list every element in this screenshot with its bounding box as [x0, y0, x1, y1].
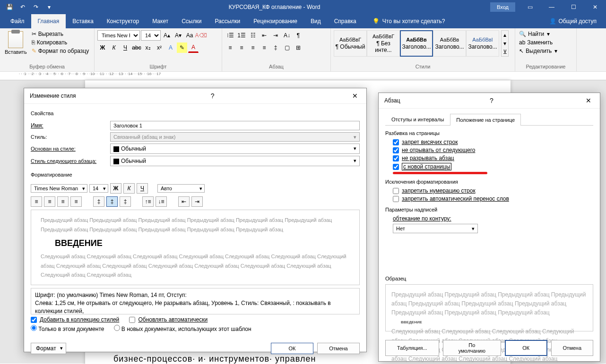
- font-name-select[interactable]: Times New R: [97, 30, 140, 41]
- share-button[interactable]: 👤Общий доступ: [544, 18, 602, 25]
- menu-review[interactable]: Рецензирование: [247, 14, 304, 28]
- format-painter-button[interactable]: ✎Формат по образцу: [31, 47, 90, 55]
- wrap-select[interactable]: Нет: [393, 224, 478, 233]
- decrease-indent-icon[interactable]: ⇤: [259, 30, 269, 41]
- close-icon[interactable]: ✕: [584, 0, 606, 14]
- multilevel-icon[interactable]: ☷: [248, 30, 258, 41]
- ok-button[interactable]: ОК: [271, 343, 313, 354]
- text-effects-icon[interactable]: A: [165, 42, 176, 53]
- style-normal[interactable]: АаБбВвГ¶ Обычный: [334, 30, 367, 57]
- fmt-align-right[interactable]: ≡: [57, 196, 69, 207]
- cut-button[interactable]: ✂Вырезать: [31, 30, 90, 38]
- maximize-icon[interactable]: ☐: [563, 0, 584, 14]
- clear-format-icon[interactable]: A⌫: [196, 30, 206, 41]
- close-icon[interactable]: ✕: [583, 97, 594, 104]
- no-hyphen-check[interactable]: [393, 196, 399, 202]
- keep-together-check[interactable]: [393, 155, 399, 161]
- fmt-align-left[interactable]: ≡: [31, 196, 42, 207]
- style-gallery[interactable]: АаБбВвГ¶ Обычный АаБбВвГ¶ Без инте... Аа…: [334, 30, 499, 57]
- fmt-font-select[interactable]: Times New Roman: [31, 184, 87, 193]
- redo-icon[interactable]: ↷: [30, 1, 42, 13]
- fmt-space-before[interactable]: ↑≡: [142, 196, 154, 207]
- menu-references[interactable]: Ссылки: [175, 14, 208, 28]
- shading-icon[interactable]: ▢: [282, 42, 292, 53]
- menu-design[interactable]: Конструктор: [100, 14, 146, 28]
- line-spacing-icon[interactable]: ‡: [270, 42, 281, 53]
- format-menu-button[interactable]: Формат: [31, 343, 66, 354]
- numbering-icon[interactable]: 1☰: [236, 30, 247, 41]
- change-case-icon[interactable]: Aa: [184, 30, 195, 41]
- copy-button[interactable]: ⎘Копировать: [31, 39, 90, 46]
- suppress-lines-check[interactable]: [393, 188, 399, 194]
- undo-icon[interactable]: ↶: [17, 1, 28, 13]
- fmt-indent-inc[interactable]: ⇥: [191, 196, 203, 207]
- align-right-icon[interactable]: ≡: [248, 42, 258, 53]
- borders-icon[interactable]: ⊞: [293, 42, 303, 53]
- increase-indent-icon[interactable]: ⇥: [270, 30, 281, 41]
- superscript-icon[interactable]: x²: [154, 42, 164, 53]
- bold-icon[interactable]: Ж: [97, 42, 108, 53]
- add-collection-check[interactable]: [31, 317, 37, 323]
- para-cancel-button[interactable]: Отмена: [551, 340, 593, 356]
- underline-icon[interactable]: Ч: [120, 42, 130, 53]
- type-select[interactable]: Связанный (абзац и знак): [110, 132, 360, 142]
- fmt-italic[interactable]: К: [123, 183, 135, 194]
- login-button[interactable]: Вход: [490, 2, 515, 12]
- find-button[interactable]: 🔍Найти▾: [518, 30, 551, 38]
- ruler[interactable]: · · ·1· · ·2· · ·3· · ·4· · ·5· · ·6· · …: [0, 72, 606, 80]
- keep-next-check[interactable]: [393, 147, 399, 153]
- fmt-spacing-1[interactable]: ‡: [93, 196, 104, 207]
- fmt-indent-dec[interactable]: ⇤: [178, 196, 190, 207]
- select-button[interactable]: ↖Выделить▾: [518, 47, 558, 55]
- style-nospace[interactable]: АаБбВвГ¶ Без инте...: [367, 30, 400, 57]
- subscript-icon[interactable]: x₂: [143, 42, 153, 53]
- italic-icon[interactable]: К: [109, 42, 119, 53]
- fmt-size-select[interactable]: 14: [89, 184, 108, 193]
- grow-font-icon[interactable]: A▴: [162, 30, 172, 41]
- widow-check[interactable]: [393, 139, 399, 145]
- page-break-check[interactable]: [393, 164, 399, 170]
- sort-icon[interactable]: A↓: [282, 30, 292, 41]
- tab-position[interactable]: Положение на странице: [450, 114, 521, 126]
- justify-icon[interactable]: ≡: [259, 42, 269, 53]
- menu-mailings[interactable]: Рассылки: [208, 14, 247, 28]
- style-heading3[interactable]: АаБбВвІЗаголово...: [466, 30, 499, 57]
- fmt-align-center[interactable]: ≡: [44, 196, 55, 207]
- gallery-down-icon[interactable]: ▾: [502, 39, 508, 48]
- fmt-spacing-2[interactable]: ‡: [120, 196, 131, 207]
- menu-help[interactable]: Справка: [328, 14, 363, 28]
- fmt-bold[interactable]: Ж: [110, 183, 121, 194]
- based-select[interactable]: Обычный: [110, 144, 360, 154]
- align-left-icon[interactable]: ≡: [225, 42, 235, 53]
- menu-layout[interactable]: Макет: [146, 14, 175, 28]
- bullets-icon[interactable]: ⁝☰: [225, 30, 235, 41]
- style-heading2[interactable]: АаБбВвЗаголово...: [433, 30, 466, 57]
- para-ok-button[interactable]: ОК: [505, 340, 547, 356]
- name-input[interactable]: [110, 121, 360, 130]
- font-size-select[interactable]: 14: [141, 30, 161, 41]
- help-icon[interactable]: ?: [487, 97, 496, 104]
- only-doc-radio[interactable]: [31, 325, 37, 331]
- style-heading1[interactable]: АаБбВвЗаголово...: [400, 30, 433, 57]
- close-icon[interactable]: ✕: [349, 92, 361, 100]
- menu-insert[interactable]: Вставка: [66, 14, 100, 28]
- paste-button[interactable]: Вставить: [3, 30, 29, 56]
- gallery-up-icon[interactable]: ▴: [502, 31, 508, 39]
- align-center-icon[interactable]: ≡: [236, 42, 247, 53]
- tab-indents[interactable]: Отступы и интервалы: [385, 113, 450, 125]
- help-icon[interactable]: ?: [208, 92, 217, 100]
- font-color-icon[interactable]: A: [188, 42, 199, 53]
- highlight-icon[interactable]: ✎: [177, 42, 187, 53]
- default-button[interactable]: По умолчанию: [443, 340, 501, 356]
- menu-file[interactable]: Файл: [4, 14, 31, 28]
- tell-me[interactable]: 💡Что вы хотите сделать?: [372, 18, 445, 25]
- next-select[interactable]: Обычный: [110, 156, 360, 166]
- show-marks-icon[interactable]: ¶: [293, 30, 303, 41]
- shrink-font-icon[interactable]: A▾: [173, 30, 183, 41]
- fmt-space-after[interactable]: ↓≡: [156, 196, 167, 207]
- tabs-button[interactable]: Табуляция...: [385, 340, 439, 356]
- gallery-more-icon[interactable]: ⊻: [502, 48, 508, 56]
- new-docs-radio[interactable]: [114, 325, 120, 331]
- fmt-justify[interactable]: ≡: [70, 196, 82, 207]
- strike-icon[interactable]: abc: [131, 42, 142, 53]
